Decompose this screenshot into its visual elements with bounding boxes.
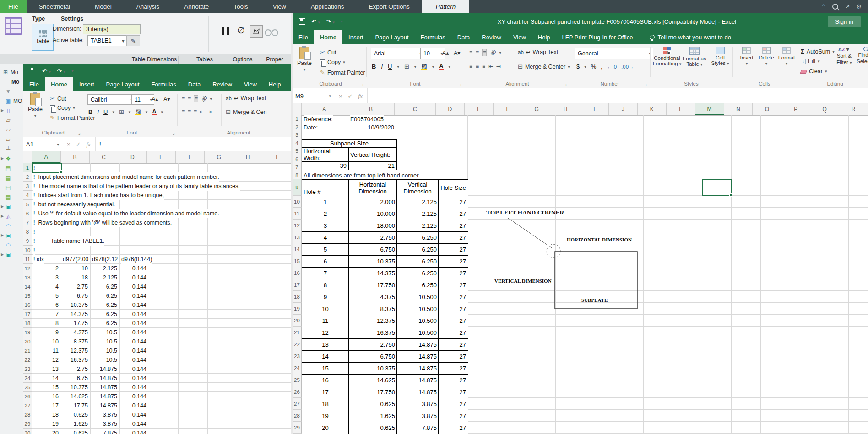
- cell[interactable]: [790, 171, 819, 180]
- align-right-icon[interactable]: ≡: [194, 108, 196, 115]
- column-header-c[interactable]: C: [395, 103, 435, 115]
- cell[interactable]: [237, 182, 266, 191]
- tree-item[interactable]: ▱: [0, 115, 23, 125]
- cell[interactable]: [120, 163, 149, 172]
- cell[interactable]: [266, 419, 291, 429]
- cell-value[interactable]: 7: [32, 310, 59, 319]
- cell-value[interactable]: 6.75: [61, 374, 88, 383]
- cell[interactable]: [585, 171, 614, 180]
- increase-decimal-icon[interactable]: ←.0: [607, 64, 617, 70]
- italic-icon[interactable]: I: [97, 108, 99, 115]
- cell[interactable]: [702, 267, 732, 279]
- cell[interactable]: [644, 115, 673, 123]
- column-header-a[interactable]: A: [302, 103, 347, 115]
- cell[interactable]: [266, 364, 291, 374]
- grow-font-icon[interactable]: A▴: [152, 96, 158, 102]
- cell[interactable]: [179, 374, 208, 383]
- cell-value[interactable]: 15: [32, 383, 59, 392]
- cell[interactable]: [761, 291, 790, 303]
- cell[interactable]: [673, 327, 702, 338]
- cell[interactable]: [849, 315, 868, 327]
- row-header-24[interactable]: 24: [23, 374, 32, 383]
- cell-value[interactable]: 19: [32, 419, 59, 429]
- expand-arrow-icon[interactable]: ▶: [0, 156, 5, 161]
- cell[interactable]: [732, 147, 761, 155]
- sort-filter-button[interactable]: AZ▼ Sort & Filter ▾: [834, 47, 854, 65]
- cell[interactable]: [673, 123, 702, 132]
- menu-item-pattern[interactable]: Pattern: [422, 0, 470, 13]
- cell-value[interactable]: 0.144: [120, 383, 146, 392]
- cell[interactable]: [790, 267, 819, 279]
- clipboard-launcher-icon[interactable]: ⌟: [78, 130, 81, 135]
- cell[interactable]: [702, 115, 732, 123]
- cell[interactable]: [790, 386, 819, 398]
- cancel-icon[interactable]: ∅: [237, 26, 245, 35]
- cell[interactable]: [702, 155, 732, 164]
- cell[interactable]: [526, 350, 556, 362]
- cell[interactable]: [208, 163, 237, 172]
- cut-button[interactable]: ✂ Cut: [320, 49, 336, 56]
- cell-value[interactable]: 3.875: [91, 410, 117, 419]
- cell[interactable]: [849, 374, 868, 386]
- cell[interactable]: [761, 398, 790, 410]
- cell[interactable]: [556, 123, 585, 132]
- cell[interactable]: [673, 350, 702, 362]
- cell[interactable]: [849, 220, 868, 231]
- cell[interactable]: [237, 264, 266, 273]
- find-select-button[interactable]: Find & Select ▾: [856, 47, 868, 64]
- menu-item-applications[interactable]: Applications: [298, 0, 357, 13]
- cell[interactable]: [849, 171, 868, 180]
- cell-value[interactable]: 0.144: [120, 364, 146, 374]
- cell[interactable]: [644, 338, 673, 350]
- cell[interactable]: [179, 419, 208, 429]
- cell[interactable]: [468, 374, 497, 386]
- tab-formulas[interactable]: Formulas: [415, 30, 451, 44]
- cell[interactable]: [497, 123, 526, 132]
- cell-value[interactable]: 0.625: [61, 410, 88, 419]
- sign-in-button[interactable]: Sign in: [828, 16, 861, 27]
- cell[interactable]: [673, 163, 702, 171]
- cell[interactable]: [702, 422, 732, 434]
- cell[interactable]: [614, 179, 644, 196]
- cell[interactable]: [644, 171, 673, 180]
- cell[interactable]: [614, 338, 644, 350]
- cell[interactable]: [497, 422, 526, 434]
- row-header-22[interactable]: 22: [293, 338, 302, 350]
- cell[interactable]: [266, 163, 291, 172]
- cell-value[interactable]: 14: [32, 374, 59, 383]
- cell[interactable]: [732, 386, 761, 398]
- increase-indent-icon[interactable]: ⇥: [207, 108, 211, 115]
- expand-arrow-icon[interactable]: ▶: [0, 108, 5, 113]
- cell[interactable]: [819, 171, 849, 180]
- copy-button[interactable]: Copy▾: [320, 59, 345, 65]
- cell[interactable]: [468, 398, 497, 410]
- cell[interactable]: [237, 273, 266, 282]
- cell[interactable]: [732, 131, 761, 139]
- column-header-f[interactable]: F: [176, 151, 205, 163]
- save-icon[interactable]: [299, 18, 305, 25]
- cell[interactable]: [556, 155, 585, 164]
- cell[interactable]: [644, 139, 673, 148]
- cell[interactable]: [266, 264, 291, 273]
- cell[interactable]: [614, 398, 644, 410]
- tree-item[interactable]: ▶❖: [0, 154, 23, 163]
- orientation-icon[interactable]: ab: [489, 48, 497, 57]
- conditional-formatting-button[interactable]: ≠ ConditionalFormatting ▾: [654, 47, 680, 67]
- cell[interactable]: [790, 362, 819, 374]
- cell[interactable]: [790, 291, 819, 303]
- cell[interactable]: [585, 179, 614, 196]
- cell[interactable]: [179, 355, 208, 364]
- cell[interactable]: [497, 410, 526, 422]
- cell[interactable]: [497, 338, 526, 350]
- cell[interactable]: [673, 410, 702, 422]
- row-header-5[interactable]: 5: [23, 200, 32, 209]
- cancel-entry-icon[interactable]: ×: [67, 141, 71, 148]
- row-header-19[interactable]: 19: [293, 303, 302, 315]
- ribbon-group-tab-tables[interactable]: Tables: [196, 56, 213, 63]
- wrap-text-button[interactable]: ab↩ Wrap Text: [518, 49, 558, 55]
- cell[interactable]: [266, 172, 291, 182]
- menu-item-file[interactable]: File: [0, 0, 27, 13]
- cell-value[interactable]: 0.144: [120, 310, 146, 319]
- cell-value[interactable]: 7.875: [91, 429, 117, 434]
- cell[interactable]: [208, 291, 237, 300]
